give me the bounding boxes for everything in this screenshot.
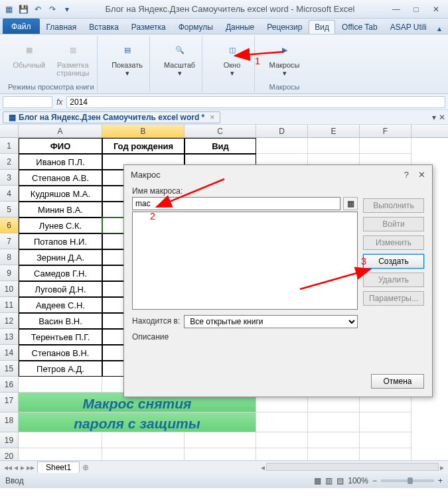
svg-line-1 (157, 179, 224, 207)
annotation-3: 3 (361, 256, 366, 267)
annotation-2: 2 (150, 211, 155, 221)
annotation-1: 1 (255, 56, 260, 66)
svg-line-2 (300, 269, 370, 289)
